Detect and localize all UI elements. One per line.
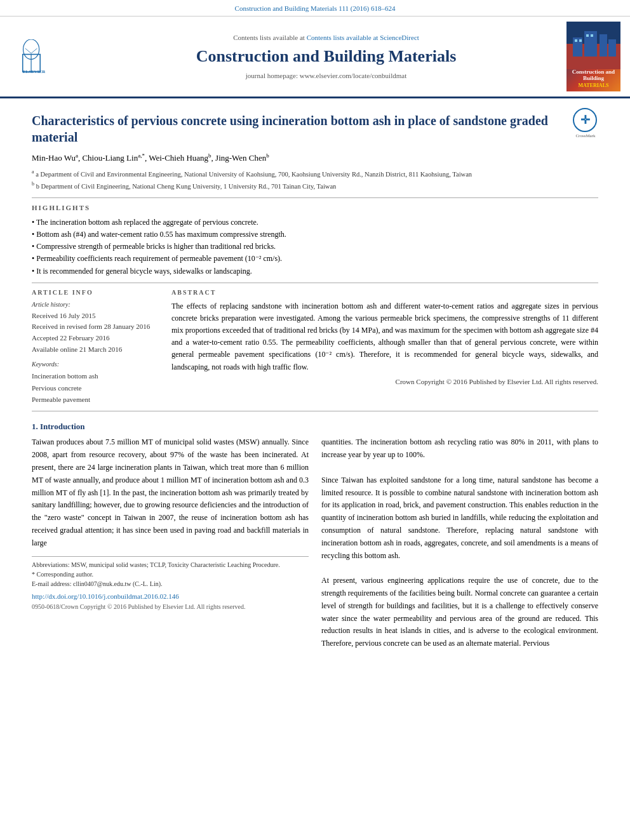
journal-ref-text: Construction and Building Materials 111 … [235,4,396,12]
authors-line: Min-Hao Wua, Chiou-Liang Lina,*, Wei-Chi… [32,152,598,164]
article-info-abstract: ARTICLE INFO Article history: Received 1… [32,288,598,406]
highlights-section: HIGHLIGHTS The incineration bottom ash r… [32,203,598,277]
affiliations: a a Department of Civil and Environmenta… [32,168,598,192]
paper-title: Characteristics of pervious concrete usi… [32,112,598,145]
highlight-item: Bottom ash (#4) and water-cement ratio 0… [32,229,598,241]
article-dates: Received 16 July 2015 Received in revise… [32,310,159,355]
footnotes-area: Abbreviations: MSW, municipal solid wast… [32,556,309,589]
abbreviations-note: Abbreviations: MSW, municipal solid wast… [32,560,309,570]
journal-cover-image: Construction and Building MATERIALS [566,22,620,91]
intro-right-text: quantities. The incineration bottom ash … [321,436,598,650]
author-sup-b1: b [208,152,211,159]
journal-title: Construction and Building Materials [196,45,457,68]
keyword-item: Pervious concrete [32,382,159,394]
date-accepted: Accepted 22 February 2016 [32,333,159,344]
highlights-title: HIGHLIGHTS [32,203,598,213]
article-info-col: ARTICLE INFO Article history: Received 1… [32,288,159,406]
svg-line-3 [25,48,31,53]
crossmark-symbol: ✛ [580,112,590,128]
doi-link[interactable]: http://dx.doi.org/10.1016/j.conbuildmat.… [32,592,309,601]
highlight-item: Compressive strength of permeable bricks… [32,241,598,253]
author-sup-b2: b [266,152,269,159]
keyword-item: Incineration bottom ash [32,370,159,382]
intro-left-text: Taiwan produces about 7.5 million MT of … [32,436,309,549]
date-received: Received 16 July 2015 [32,310,159,322]
journal-title-area: Contents lists available at Contents lis… [89,22,563,91]
rule-after-abstract [32,411,598,411]
svg-rect-13 [579,39,582,42]
rule-after-affiliations [32,197,598,198]
copyright-line: Crown Copyright © 2016 Published by Else… [171,377,598,387]
highlight-item: It is recommended for general bicycle wa… [32,265,598,277]
introduction-section: 1. Introduction Taiwan produces about 7.… [32,421,598,654]
cover-materials-text: MATERIALS [569,82,618,89]
svg-rect-12 [575,39,577,42]
date-revised: Received in revised form 28 January 2016 [32,321,159,333]
elsevier-logo-area: ELSEVIER [6,22,89,91]
rule-after-highlights [32,283,598,283]
sciencedirect-link[interactable]: Contents lists available at ScienceDirec… [307,34,419,41]
abstract-text: The effects of replacing sandstone with … [171,300,598,373]
article-info-label: ARTICLE INFO [32,288,159,297]
intro-right-col: quantities. The incineration bottom ash … [321,436,598,654]
issn-line: 0950-0618/Crown Copyright © 2016 Publish… [32,603,309,611]
affiliation-a: a a Department of Civil and Environmenta… [32,168,598,179]
svg-rect-15 [591,34,593,37]
keyword-item: Permeable pavement [32,394,159,406]
author-sup-a2: a,* [138,152,145,159]
svg-text:ELSEVIER: ELSEVIER [23,69,46,74]
paper-content: ✛ CrossMark Characteristics of pervious … [0,98,630,663]
journal-homepage: journal homepage: www.elsevier.com/locat… [246,71,406,81]
svg-line-4 [31,48,37,53]
journal-cover-area: Construction and Building MATERIALS [563,22,624,91]
highlights-list: The incineration bottom ash replaced the… [32,217,598,277]
elsevier-logo-svg: ELSEVIER [13,39,83,74]
svg-rect-11 [608,39,616,57]
email-note: E-mail address: cllin0407@nuk.edu.tw (C.… [32,579,309,589]
journal-reference-bar: Construction and Building Materials 111 … [0,0,630,17]
intro-left-col: Taiwan produces about 7.5 million MT of … [32,436,309,654]
keywords-list: Incineration bottom ash Pervious concret… [32,370,159,406]
cover-title-text: Construction and Building [569,69,618,83]
corresponding-note: * Corresponding author. [32,570,309,579]
svg-rect-14 [586,34,589,37]
keywords-title: Keywords: [32,360,159,369]
affiliation-b: b b Department of Civil Engineering, Nat… [32,180,598,191]
intro-title: 1. Introduction [32,421,598,432]
svg-rect-10 [600,34,607,57]
abstract-label: ABSTRACT [171,288,598,297]
date-online: Available online 21 March 2016 [32,344,159,356]
article-history-title: Article history: [32,300,159,309]
contents-line: Contents lists available at Contents lis… [233,33,419,43]
intro-columns: Taiwan produces about 7.5 million MT of … [32,436,598,654]
highlight-item: The incineration bottom ash replaced the… [32,217,598,229]
crossmark-circle: ✛ [573,108,597,132]
highlight-item: Permeability coefficients reach requirem… [32,253,598,265]
crossmark-badge[interactable]: ✛ CrossMark [573,108,598,133]
crossmark-label: CrossMark [573,133,598,140]
journal-header: ELSEVIER Contents lists available at Con… [0,17,630,98]
cover-art [566,22,620,69]
author-sup-a1: a [76,152,78,159]
abstract-col: ABSTRACT The effects of replacing sandst… [171,288,598,406]
